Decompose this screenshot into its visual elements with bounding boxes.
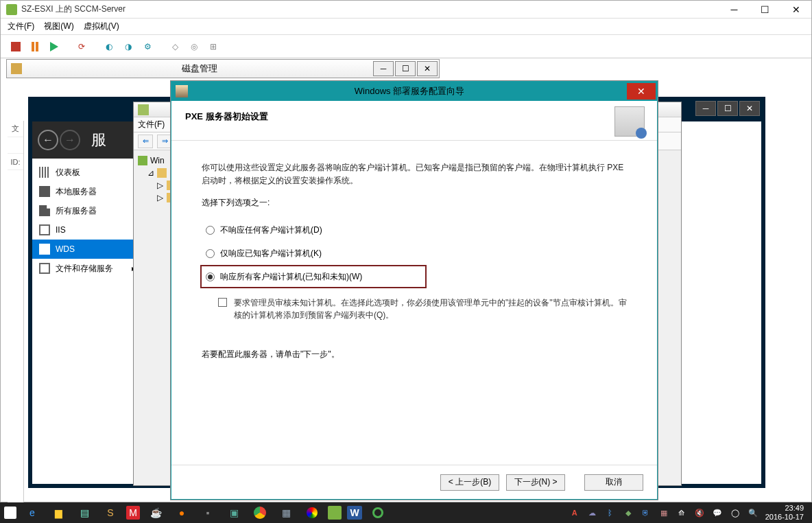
task-explorer[interactable]: ▆ bbox=[48, 504, 69, 521]
radio-option-known[interactable]: 仅响应已知客户端计算机(K) bbox=[206, 242, 627, 265]
window-title: SZ-ESXI 上的 SCCM-Server bbox=[21, 3, 719, 15]
disk-maximize[interactable]: ☐ bbox=[395, 61, 416, 76]
tray-ime[interactable]: A bbox=[569, 507, 580, 518]
back-button[interactable]: < 上一步(B) bbox=[440, 474, 499, 491]
task-firefox[interactable]: ● bbox=[171, 504, 192, 521]
left-strip: 文 ID: bbox=[8, 121, 24, 505]
disk-close[interactable]: ✕ bbox=[417, 61, 438, 76]
sidebar: 仪表板 本地服务器 所有服务器 IIS WDS 文件和存储服务▸ bbox=[32, 121, 142, 484]
srv-minimize[interactable]: ─ bbox=[695, 101, 716, 116]
strip-item bbox=[8, 137, 23, 154]
tray-app[interactable]: ◆ bbox=[623, 507, 634, 518]
sidebar-item-dashboard[interactable]: 仪表板 bbox=[32, 163, 141, 182]
checkbox-require-approval[interactable]: 要求管理员审核未知计算机。在选择此选项时，你必须使用该管理单元中的"挂起的设备"… bbox=[218, 297, 627, 321]
guest-screen: 文 ID: 磁盘管理 ─ ☐ ✕ ─ ☐ ✕ bbox=[8, 59, 811, 502]
task-app2[interactable]: S bbox=[100, 504, 121, 521]
strip-item: ID: bbox=[8, 154, 23, 170]
radio-option-none[interactable]: 不响应任何客户端计算机(D) bbox=[206, 218, 627, 242]
radio-icon bbox=[206, 226, 215, 235]
reset-button[interactable]: ⟳ bbox=[73, 38, 90, 55]
wds-icon bbox=[39, 244, 50, 255]
radio-option-all[interactable]: 响应所有客户端计算机(已知和未知)(W) bbox=[200, 265, 427, 288]
suspend-button[interactable] bbox=[27, 38, 43, 55]
menu-file[interactable]: 文件(F) bbox=[8, 21, 34, 32]
task-app1[interactable]: ▤ bbox=[74, 504, 95, 521]
cancel-button[interactable]: 取消 bbox=[584, 474, 643, 491]
wizard-description: 你可以使用这些设置定义此服务器将响应的客户端计算机。已知客户端是指已预留的客户端… bbox=[202, 161, 627, 187]
wizard-close-button[interactable]: ✕ bbox=[627, 83, 656, 100]
sidebar-item-wds[interactable]: WDS bbox=[32, 240, 141, 259]
task-app3[interactable]: ▣ bbox=[224, 504, 244, 521]
vsphere-icon bbox=[6, 4, 17, 15]
disk-window: 磁盘管理 ─ ☐ ✕ bbox=[6, 59, 440, 80]
sidebar-item-files[interactable]: 文件和存储服务▸ bbox=[32, 259, 141, 278]
task-app4[interactable]: ▦ bbox=[276, 504, 296, 521]
menu-vm[interactable]: 虚拟机(V) bbox=[84, 21, 119, 32]
wizard-page-title: PXE 服务器初始设置 bbox=[185, 111, 643, 123]
tray-sound[interactable]: 🔇 bbox=[694, 507, 705, 518]
tray-search[interactable]: 🔍 bbox=[748, 507, 759, 518]
disk-minimize[interactable]: ─ bbox=[373, 61, 394, 76]
sidebar-item-all[interactable]: 所有服务器 bbox=[32, 201, 141, 220]
mmc-icon bbox=[138, 104, 149, 115]
task-cmd[interactable]: ▪ bbox=[198, 504, 218, 521]
server-header: 服 bbox=[91, 130, 106, 150]
snapshot-button[interactable]: ◐ bbox=[101, 38, 117, 55]
tray-bluetooth[interactable]: ᛒ bbox=[605, 507, 616, 518]
tray-app2[interactable]: ▦ bbox=[658, 507, 669, 518]
vmware-window: SZ-ESXI 上的 SCCM-Server ─ ☐ ✕ 文件(F) 视图(W)… bbox=[0, 0, 812, 502]
task-word[interactable]: W bbox=[347, 506, 362, 520]
task-java[interactable]: ☕ bbox=[145, 504, 166, 521]
tray-onedrive[interactable]: ☁ bbox=[587, 507, 598, 518]
poweron-button[interactable] bbox=[46, 38, 62, 55]
mmc-back[interactable]: ⇐ bbox=[138, 135, 153, 148]
task-app6[interactable] bbox=[368, 504, 388, 521]
checkbox-icon bbox=[218, 298, 227, 307]
task-mega[interactable]: M bbox=[126, 506, 140, 520]
nav-back[interactable]: ← bbox=[38, 130, 58, 150]
maximize-button[interactable]: ☐ bbox=[750, 1, 780, 19]
minimize-button[interactable]: ─ bbox=[719, 1, 750, 19]
revert-button[interactable]: ◑ bbox=[120, 38, 136, 55]
task-chrome[interactable] bbox=[250, 504, 270, 521]
nav-forward[interactable]: → bbox=[60, 130, 80, 150]
srv-close[interactable]: ✕ bbox=[739, 101, 760, 116]
srv-maximize[interactable]: ☐ bbox=[717, 101, 738, 116]
poweroff-button[interactable] bbox=[8, 38, 24, 55]
manage-button[interactable]: ⚙ bbox=[139, 38, 156, 55]
cd-button[interactable]: ◎ bbox=[186, 38, 202, 55]
tree-server-icon bbox=[157, 168, 167, 178]
sidebar-item-local[interactable]: 本地服务器 bbox=[32, 182, 141, 201]
wds-config-wizard: Windows 部署服务配置向导 ✕ PXE 服务器初始设置 你可以使用这些设置… bbox=[171, 81, 658, 500]
vmware-menubar: 文件(F) 视图(W) 虚拟机(V) bbox=[1, 19, 811, 35]
files-icon bbox=[39, 263, 50, 274]
wizard-select-label: 选择下列选项之一: bbox=[202, 197, 627, 209]
tray-battery[interactable]: ◯ bbox=[730, 507, 741, 518]
next-button[interactable]: 下一步(N) > bbox=[506, 474, 565, 491]
task-edge[interactable]: e bbox=[22, 504, 43, 521]
task-app5[interactable] bbox=[302, 504, 322, 521]
menu-view[interactable]: 视图(W) bbox=[44, 21, 73, 32]
task-vsphere[interactable] bbox=[328, 506, 342, 520]
tray-shield[interactable]: ⛨ bbox=[641, 507, 652, 518]
tray-msg[interactable]: 💬 bbox=[712, 507, 723, 518]
sidebar-item-iis[interactable]: IIS bbox=[32, 220, 141, 240]
tray-wifi[interactable]: ⟰ bbox=[676, 507, 687, 518]
tree-root-icon bbox=[138, 156, 147, 165]
start-button[interactable] bbox=[4, 507, 16, 519]
disk-title: 磁盘管理 bbox=[26, 62, 373, 75]
mmc-menu-file[interactable]: 文件(F) bbox=[138, 119, 165, 130]
vmware-titlebar: SZ-ESXI 上的 SCCM-Server ─ ☐ ✕ bbox=[1, 1, 811, 19]
wizard-icon bbox=[176, 85, 188, 97]
wizard-header-icon bbox=[614, 106, 645, 137]
wizard-foot-text: 若要配置此服务器，请单击"下一步"。 bbox=[202, 349, 627, 360]
floppy-button[interactable]: ◇ bbox=[167, 38, 183, 55]
close-button[interactable]: ✕ bbox=[780, 1, 811, 19]
clock[interactable]: 23:49 2016-10-17 bbox=[765, 504, 804, 522]
disk-icon bbox=[11, 63, 22, 74]
dashboard-icon bbox=[39, 167, 50, 178]
mmc-forward[interactable]: ⇒ bbox=[157, 135, 172, 148]
allservers-icon bbox=[39, 205, 50, 216]
network-button[interactable]: ⊞ bbox=[205, 38, 222, 55]
iis-icon bbox=[39, 224, 50, 235]
